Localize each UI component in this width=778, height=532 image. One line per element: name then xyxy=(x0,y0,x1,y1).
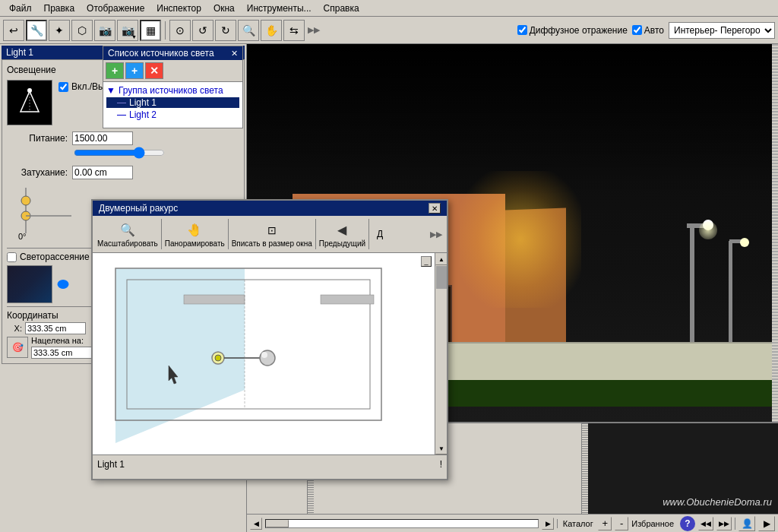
item-line-2 xyxy=(117,115,126,116)
play-btn[interactable]: ▶ xyxy=(758,516,775,531)
prev-icon: ◀ xyxy=(333,221,351,239)
menu-help[interactable]: Справка xyxy=(318,2,365,15)
menu-inspector[interactable]: Инспектор xyxy=(150,2,207,15)
dialog-canvas[interactable]: _ xyxy=(93,253,447,454)
menu-tools[interactable]: Инструменты... xyxy=(241,2,318,15)
dialog-scrollbar-v[interactable]: ▲ ▼ xyxy=(435,253,447,454)
tool-scale[interactable]: 🔍 Масштабировать xyxy=(97,221,158,248)
toolbar-btn-10[interactable]: ↻ xyxy=(215,20,236,41)
view-select[interactable]: Интерьер- Перегоро xyxy=(669,22,775,39)
enable-checkbox[interactable] xyxy=(59,82,68,92)
diffuse-checkbox[interactable] xyxy=(517,25,527,35)
toolbar-more-icon[interactable]: ▶▶ xyxy=(430,230,442,239)
menu-view[interactable]: Отображение xyxy=(81,2,150,15)
dialog-minimize-btn[interactable]: _ xyxy=(421,256,432,267)
svg-point-11 xyxy=(215,355,221,361)
degree-label: 0° xyxy=(18,232,27,241)
scrollbar-down-btn[interactable]: ▼ xyxy=(435,442,447,454)
toolbar-btn-1[interactable]: ↩ xyxy=(3,20,24,41)
toolbar-btn-9[interactable]: ↺ xyxy=(192,20,213,41)
target-btn[interactable]: 🎯 xyxy=(7,337,28,358)
dialog-statusbar: Light 1 ! xyxy=(93,454,447,473)
list-item-light1[interactable]: Light 1 xyxy=(106,97,239,108)
dialog-content: _ xyxy=(93,253,447,454)
list-group: ▼ Группа источников света xyxy=(106,85,239,96)
toolbar-btn-6[interactable]: 📷 ▼ xyxy=(117,20,138,41)
tool-sep-2 xyxy=(228,219,229,249)
power-input[interactable] xyxy=(72,131,133,145)
list-content: ▼ Группа источников света Light 1 Light … xyxy=(103,82,242,128)
x-input[interactable] xyxy=(25,322,86,334)
toolbar-btn-12[interactable]: ✋ xyxy=(261,20,282,41)
menu-edit[interactable]: Правка xyxy=(38,2,81,15)
menu-file[interactable]: Файл xyxy=(3,2,38,15)
tool-pan[interactable]: 🤚 Панорамировать xyxy=(165,221,225,248)
dialog-header[interactable]: Двумерный ракурс ✕ xyxy=(93,201,447,216)
group-expand-icon[interactable]: ▼ xyxy=(106,85,115,96)
tool-prev[interactable]: ◀ Предыдущий xyxy=(319,221,365,248)
toolbar-btn-2[interactable]: 🔧 xyxy=(26,20,47,41)
scrollbar-track[interactable] xyxy=(265,519,539,528)
user-btn[interactable]: 👤 xyxy=(738,516,755,531)
menu-windows[interactable]: Окна xyxy=(207,2,241,15)
power-row: Питание: xyxy=(7,131,239,145)
street-light-glow xyxy=(699,221,717,239)
street-light-head-2 xyxy=(740,238,749,247)
prev-label: Предыдущий xyxy=(319,239,365,248)
scrollbar-thumb-v xyxy=(436,266,447,289)
item-label-2: Light 2 xyxy=(129,109,157,120)
fit-label: Вписать в размер окна xyxy=(232,239,312,248)
power-slider[interactable] xyxy=(74,147,165,159)
svg-point-14 xyxy=(261,352,267,358)
list-panel-close[interactable]: ✕ xyxy=(231,49,238,59)
auto-checkbox[interactable] xyxy=(632,25,642,35)
light-icon xyxy=(7,80,52,125)
floorplan-svg xyxy=(93,253,419,454)
list-add-btn[interactable]: + xyxy=(125,62,144,79)
pan-label: Панорамировать xyxy=(165,239,225,248)
dialog-2d: Двумерный ракурс ✕ 🔍 Масштабировать 🤚 Па… xyxy=(91,199,448,480)
tool-sep-3 xyxy=(315,219,316,249)
tool-extra[interactable]: Д xyxy=(372,229,387,239)
tool-fit[interactable]: ⊡ Вписать в размер окна xyxy=(232,221,312,248)
pan-icon: 🤚 xyxy=(185,221,204,239)
diagram-svg xyxy=(14,184,83,237)
attenuation-label: Затухание: xyxy=(7,167,68,178)
scroll-right-btn[interactable]: ▶ xyxy=(542,518,554,530)
bottom-sep-2[interactable] xyxy=(582,423,588,514)
scrollbar-up-btn[interactable]: ▲ xyxy=(435,253,447,265)
list-add-group-btn[interactable]: + xyxy=(106,62,124,79)
nav-prev-btn[interactable]: ◀◀ xyxy=(698,517,713,530)
toolbar-btn-3[interactable]: ✦ xyxy=(49,20,70,41)
scrollbar-thumb xyxy=(266,520,289,527)
scatter-label: Светорассеяние xyxy=(20,252,90,262)
toolbar-btn-13[interactable]: ⇆ xyxy=(283,20,305,41)
viewport-right-grip[interactable] xyxy=(772,44,778,422)
toolbar-btn-5[interactable]: 📷 xyxy=(94,20,115,41)
nav-next-btn[interactable]: ▶▶ xyxy=(716,517,732,530)
diffuse-checkbox-container[interactable]: Диффузное отражение xyxy=(517,25,628,36)
auto-checkbox-container[interactable]: Авто xyxy=(632,25,664,36)
catalog-add-btn[interactable]: + xyxy=(598,517,612,530)
fit-icon: ⊡ xyxy=(263,221,281,239)
list-item-light2[interactable]: Light 2 xyxy=(106,109,239,120)
attenuation-input[interactable] xyxy=(72,166,133,179)
scatter-checkbox[interactable] xyxy=(7,252,17,262)
svg-point-13 xyxy=(260,350,275,366)
attenuation-row: Затухание: xyxy=(7,166,239,179)
dialog-close-btn[interactable]: ✕ xyxy=(429,203,441,214)
thumb-range[interactable] xyxy=(44,280,82,290)
help-btn[interactable]: ? xyxy=(680,516,695,531)
toolbar-btn-11[interactable]: 🔍 xyxy=(238,20,259,41)
toolbar-btn-8[interactable]: ⊙ xyxy=(169,20,191,41)
catalog-remove-btn[interactable]: - xyxy=(615,517,628,530)
toolbar-btn-7[interactable]: ▦ xyxy=(140,20,161,41)
list-delete-btn[interactable]: ✕ xyxy=(145,62,163,79)
scroll-left-btn[interactable]: ◀ xyxy=(250,518,262,530)
bottom-render-preview: www.ObuchenieDoma.ru xyxy=(588,423,778,514)
target-input[interactable] xyxy=(31,347,92,359)
street-light-pole-2 xyxy=(729,241,732,347)
bottom-sep xyxy=(735,518,735,530)
toolbar-btn-4[interactable]: ⬡ xyxy=(71,20,93,41)
target-label: Нацелена на: xyxy=(31,336,92,345)
